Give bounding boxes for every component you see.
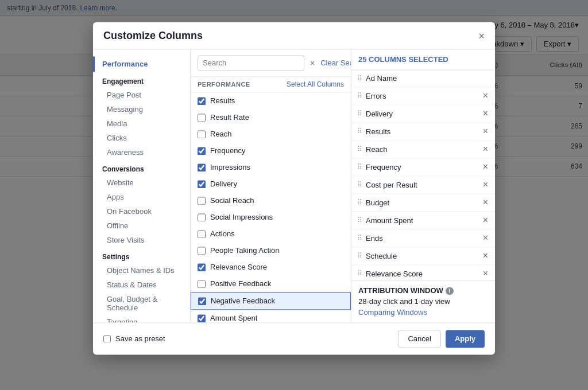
checkbox-frequency[interactable]: Frequency xyxy=(191,142,351,159)
search-clear-button[interactable]: × xyxy=(308,58,317,68)
checkbox-amount-spent-input[interactable] xyxy=(198,314,206,322)
checkbox-relevance-score-input[interactable] xyxy=(198,263,206,271)
drag-handle-icon: ⠿ xyxy=(357,75,362,83)
checkbox-social-reach-input[interactable] xyxy=(198,197,206,205)
drag-handle-icon: ⠿ xyxy=(357,181,362,189)
selected-item-label: Errors xyxy=(366,92,386,100)
checkbox-result-rate-input[interactable] xyxy=(198,114,206,122)
checkbox-reach-input[interactable] xyxy=(198,130,206,138)
selected-item-reach: ⠿ Reach × xyxy=(351,141,495,158)
checkbox-actions-label: Actions xyxy=(210,229,235,238)
checkbox-positive-feedback[interactable]: Positive Feedback xyxy=(191,275,351,292)
selected-item-label: Relevance Score xyxy=(366,270,423,278)
selected-item-label: Budget xyxy=(366,198,389,207)
selected-item-errors: ⠿ Errors × xyxy=(351,87,495,105)
save-preset-checkbox[interactable] xyxy=(103,335,111,342)
selected-item-cost-per-result: ⠿ Cost per Result × xyxy=(351,176,495,194)
checkbox-results[interactable]: Results xyxy=(191,92,351,109)
sidebar-item-goal-budget[interactable]: Goal, Budget & Schedule xyxy=(93,292,190,315)
clear-search-button[interactable]: Clear Search xyxy=(320,58,351,67)
checkbox-people-taking-action-label: People Taking Action xyxy=(210,246,279,255)
selected-item-label: Delivery xyxy=(366,110,393,118)
checkbox-frequency-input[interactable] xyxy=(198,147,206,155)
attribution-info-icon: i xyxy=(446,287,454,295)
checkbox-impressions-input[interactable] xyxy=(198,163,206,171)
save-preset-label[interactable]: Save as preset xyxy=(103,334,165,343)
remove-reach-button[interactable]: × xyxy=(482,145,489,154)
checkbox-people-taking-action[interactable]: People Taking Action xyxy=(191,242,351,259)
checkbox-result-rate[interactable]: Result Rate xyxy=(191,109,351,126)
middle-column: × Clear Search PERFORMANCE Select All Co… xyxy=(191,49,351,322)
selected-item-label: Amount Spent xyxy=(366,216,413,225)
remove-amount-spent-button[interactable]: × xyxy=(482,216,489,225)
sidebar-item-on-facebook[interactable]: On Facebook xyxy=(93,204,190,219)
checkbox-people-taking-action-input[interactable] xyxy=(198,247,206,255)
checkbox-social-reach[interactable]: Social Reach xyxy=(191,192,351,209)
checkbox-amount-spent[interactable]: Amount Spent xyxy=(191,310,351,322)
comparing-windows-link[interactable]: Comparing Windows xyxy=(358,308,427,317)
checkbox-reach[interactable]: Reach xyxy=(191,126,351,142)
checkbox-actions[interactable]: Actions xyxy=(191,225,351,242)
search-input[interactable] xyxy=(198,55,304,71)
sidebar-item-awareness[interactable]: Awareness xyxy=(93,145,190,159)
performance-label: PERFORMANCE xyxy=(198,81,250,88)
checkbox-relevance-score[interactable]: Relevance Score xyxy=(191,259,351,275)
remove-errors-button[interactable]: × xyxy=(482,91,489,100)
checkbox-negative-feedback-label: Negative Feedback xyxy=(211,297,275,305)
modal-header: Customize Columns × xyxy=(93,22,495,49)
select-all-button[interactable]: Select All Columns xyxy=(287,80,344,88)
checkbox-delivery-label: Delivery xyxy=(210,180,237,188)
checkbox-delivery-input[interactable] xyxy=(198,180,206,188)
checkbox-negative-feedback[interactable]: Negative Feedback xyxy=(191,292,351,310)
checkbox-impressions[interactable]: Impressions xyxy=(191,159,351,176)
selected-item-amount-spent: ⠿ Amount Spent × xyxy=(351,212,495,229)
sidebar-item-apps[interactable]: Apps xyxy=(93,190,190,204)
sidebar-item-offline[interactable]: Offline xyxy=(93,219,190,233)
selected-item-label: Ends xyxy=(366,234,383,243)
drag-handle-icon: ⠿ xyxy=(357,252,362,260)
sidebar-item-store-visits[interactable]: Store Visits xyxy=(93,233,190,247)
sidebar-item-object-names[interactable]: Object Names & IDs xyxy=(93,263,190,278)
sidebar-item-media[interactable]: Media xyxy=(93,116,190,131)
selected-item-label: Schedule xyxy=(366,252,397,260)
attribution-title: ATTRIBUTION WINDOW i xyxy=(358,286,488,295)
remove-results-button[interactable]: × xyxy=(482,127,489,136)
remove-ends-button[interactable]: × xyxy=(482,233,489,243)
checkbox-negative-feedback-input[interactable] xyxy=(198,297,206,305)
selected-item-ad-name: ⠿ Ad Name xyxy=(351,70,495,87)
remove-cost-per-result-button[interactable]: × xyxy=(482,180,489,189)
checkbox-actions-input[interactable] xyxy=(198,230,206,238)
sidebar-item-website[interactable]: Website xyxy=(93,176,190,190)
sidebar-item-page-post[interactable]: Page Post xyxy=(93,88,190,102)
remove-relevance-score-button[interactable]: × xyxy=(482,269,489,278)
checkbox-positive-feedback-input[interactable] xyxy=(198,280,206,288)
remove-delivery-button[interactable]: × xyxy=(482,109,489,118)
sidebar-item-targeting[interactable]: Targeting xyxy=(93,315,190,322)
checkbox-social-impressions[interactable]: Social Impressions xyxy=(191,209,351,225)
selected-item-delivery: ⠿ Delivery × xyxy=(351,105,495,123)
remove-frequency-button[interactable]: × xyxy=(482,162,489,171)
sidebar-item-status-dates[interactable]: Status & Dates xyxy=(93,278,190,292)
right-column: 25 COLUMNS SELECTED ⠿ Ad Name ⠿ Errors × xyxy=(351,49,495,322)
sidebar-item-clicks[interactable]: Clicks xyxy=(93,131,190,145)
remove-budget-button[interactable]: × xyxy=(482,198,489,207)
checkbox-frequency-label: Frequency xyxy=(210,146,245,155)
checkbox-results-input[interactable] xyxy=(198,97,206,105)
remove-schedule-button[interactable]: × xyxy=(482,251,489,260)
sidebar-section-engagement: Engagement xyxy=(93,72,190,88)
checkbox-social-impressions-input[interactable] xyxy=(198,213,206,221)
drag-handle-icon: ⠿ xyxy=(357,270,362,278)
search-bar: × Clear Search xyxy=(191,49,351,77)
checkbox-delivery[interactable]: Delivery xyxy=(191,176,351,192)
cancel-button[interactable]: Cancel xyxy=(398,330,440,348)
apply-button[interactable]: Apply xyxy=(446,330,485,348)
sidebar-item-performance[interactable]: Performance xyxy=(93,56,190,72)
performance-header: PERFORMANCE Select All Columns xyxy=(191,77,351,92)
checkbox-list: Results Result Rate Reach Frequency Impr… xyxy=(191,92,351,322)
checkbox-social-impressions-label: Social Impressions xyxy=(210,213,273,221)
drag-handle-icon: ⠿ xyxy=(357,110,362,118)
modal-close-button[interactable]: × xyxy=(478,31,485,41)
save-preset-text: Save as preset xyxy=(115,334,165,343)
sidebar-item-messaging[interactable]: Messaging xyxy=(93,102,190,116)
drag-handle-icon: ⠿ xyxy=(357,163,362,171)
